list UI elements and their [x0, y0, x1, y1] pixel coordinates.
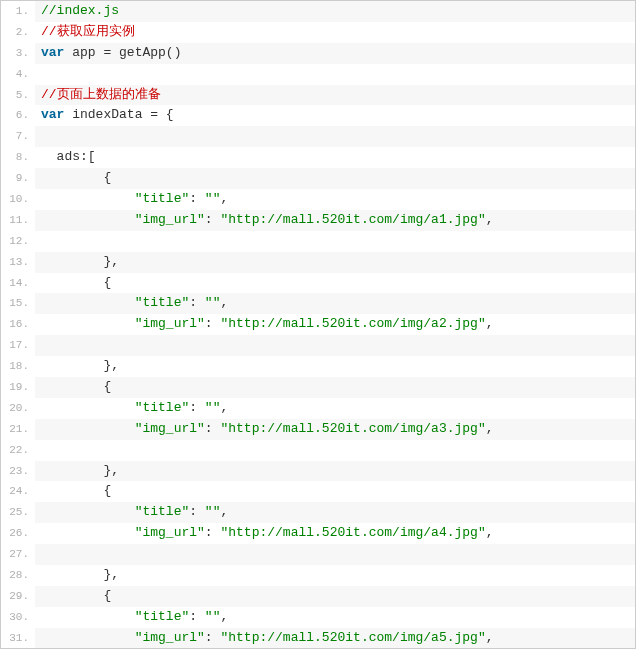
string: "img_url"	[135, 419, 205, 440]
string: "title"	[135, 502, 190, 523]
line-number: 20.	[1, 398, 35, 419]
line-number: 6.	[1, 105, 35, 126]
code-content: ads:[	[35, 147, 635, 168]
code-content	[35, 126, 635, 147]
code-content: "title": "",	[35, 189, 635, 210]
identifier: app	[72, 43, 95, 64]
code-content: var indexData = {	[35, 105, 635, 126]
identifier: indexData	[72, 105, 142, 126]
code-line: 26. "img_url": "http://mall.520it.com/im…	[1, 523, 635, 544]
string: "title"	[135, 189, 190, 210]
code-content: {	[35, 377, 635, 398]
line-number: 28.	[1, 565, 35, 586]
code-line: 13. },	[1, 252, 635, 273]
code-content: "img_url": "http://mall.520it.com/img/a5…	[35, 628, 635, 649]
code-line: 30. "title": "",	[1, 607, 635, 628]
line-number: 4.	[1, 64, 35, 85]
line-number: 8.	[1, 147, 35, 168]
line-number: 21.	[1, 419, 35, 440]
code-line: 11. "img_url": "http://mall.520it.com/im…	[1, 210, 635, 231]
code-line: 28. },	[1, 565, 635, 586]
code-content: "title": "",	[35, 607, 635, 628]
code-line: 31. "img_url": "http://mall.520it.com/im…	[1, 628, 635, 649]
line-number: 19.	[1, 377, 35, 398]
code-content	[35, 231, 635, 252]
code-line: 24. {	[1, 481, 635, 502]
line-number: 22.	[1, 440, 35, 461]
code-content: "title": "",	[35, 398, 635, 419]
string: "img_url"	[135, 523, 205, 544]
code-line: 14. {	[1, 273, 635, 294]
string: "http://mall.520it.com/img/a4.jpg"	[220, 523, 485, 544]
code-line: 1. //index.js	[1, 1, 635, 22]
code-line: 22.	[1, 440, 635, 461]
code-line: 15. "title": "",	[1, 293, 635, 314]
line-number: 31.	[1, 628, 35, 649]
comment: //获取应用实例	[41, 22, 135, 43]
line-number: 12.	[1, 231, 35, 252]
code-line: 8. ads:[	[1, 147, 635, 168]
code-line: 2. //获取应用实例	[1, 22, 635, 43]
code-content: var app = getApp()	[35, 43, 635, 64]
code-content: },	[35, 252, 635, 273]
string: "http://mall.520it.com/img/a2.jpg"	[220, 314, 485, 335]
code-line: 9. {	[1, 168, 635, 189]
line-number: 10.	[1, 189, 35, 210]
code-content	[35, 64, 635, 85]
line-number: 16.	[1, 314, 35, 335]
code-content: {	[35, 168, 635, 189]
code-content: },	[35, 461, 635, 482]
line-number: 2.	[1, 22, 35, 43]
code-line: 17.	[1, 335, 635, 356]
code-line: 3. var app = getApp()	[1, 43, 635, 64]
line-number: 25.	[1, 502, 35, 523]
code-content: //index.js	[35, 1, 635, 22]
code-content	[35, 440, 635, 461]
code-line: 21. "img_url": "http://mall.520it.com/im…	[1, 419, 635, 440]
identifier: getApp	[119, 43, 166, 64]
string: "http://mall.520it.com/img/a1.jpg"	[220, 210, 485, 231]
code-line: 25. "title": "",	[1, 502, 635, 523]
string: "img_url"	[135, 314, 205, 335]
string: "img_url"	[135, 210, 205, 231]
code-line: 20. "title": "",	[1, 398, 635, 419]
keyword: var	[41, 43, 64, 64]
code-line: 23. },	[1, 461, 635, 482]
line-number: 27.	[1, 544, 35, 565]
code-content: "img_url": "http://mall.520it.com/img/a3…	[35, 419, 635, 440]
code-content: },	[35, 565, 635, 586]
comment: //index.js	[41, 1, 119, 22]
code-content: //页面上数据的准备	[35, 85, 635, 106]
code-line: 5. //页面上数据的准备	[1, 85, 635, 106]
code-line: 7.	[1, 126, 635, 147]
code-line: 6. var indexData = {	[1, 105, 635, 126]
string: "http://mall.520it.com/img/a3.jpg"	[220, 419, 485, 440]
line-number: 26.	[1, 523, 35, 544]
code-line: 10. "title": "",	[1, 189, 635, 210]
keyword: var	[41, 105, 64, 126]
line-number: 29.	[1, 586, 35, 607]
code-line: 19. {	[1, 377, 635, 398]
code-line: 4.	[1, 64, 635, 85]
code-block: 1. //index.js 2. //获取应用实例 3. var app = g…	[0, 0, 636, 649]
code-content: },	[35, 356, 635, 377]
line-number: 9.	[1, 168, 35, 189]
code-line: 29. {	[1, 586, 635, 607]
line-number: 23.	[1, 461, 35, 482]
string: ""	[205, 293, 221, 314]
code-content	[35, 544, 635, 565]
code-content: "img_url": "http://mall.520it.com/img/a4…	[35, 523, 635, 544]
code-content: {	[35, 481, 635, 502]
string: "title"	[135, 293, 190, 314]
string: ""	[205, 502, 221, 523]
string: "title"	[135, 607, 190, 628]
code-line: 27.	[1, 544, 635, 565]
comment: //页面上数据的准备	[41, 85, 161, 106]
string: "http://mall.520it.com/img/a5.jpg"	[220, 628, 485, 649]
code-line: 18. },	[1, 356, 635, 377]
string: ""	[205, 607, 221, 628]
line-number: 3.	[1, 43, 35, 64]
code-line: 16. "img_url": "http://mall.520it.com/im…	[1, 314, 635, 335]
line-number: 14.	[1, 273, 35, 294]
string: ""	[205, 398, 221, 419]
